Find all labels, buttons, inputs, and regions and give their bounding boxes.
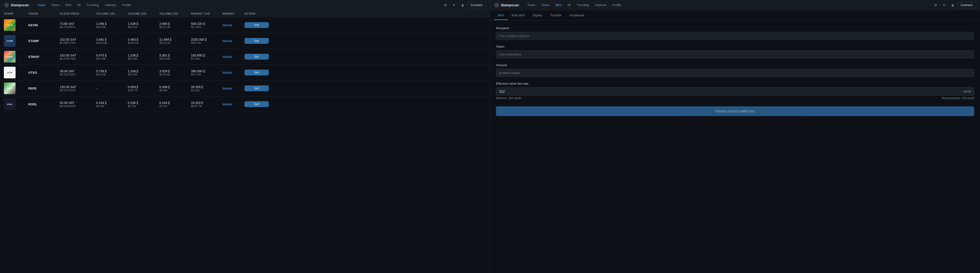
tab-bulk-mint[interactable]: Bulk Mint — [508, 11, 528, 20]
recipient-input[interactable] — [496, 32, 974, 40]
sell-button-utxo[interactable]: Sell — [245, 70, 269, 75]
vol7d-stamp: 11.894 ₿ $510.22k — [159, 38, 191, 44]
right-brand-name: Stampscan — [501, 3, 519, 7]
market-link-hodl[interactable]: Market — [223, 102, 245, 106]
tab-transfer[interactable]: Transfer — [546, 11, 566, 20]
market-link-utxo[interactable]: Market — [223, 71, 245, 75]
vol3d-utxo: 1.168 ₿ $50.09k — [128, 69, 159, 76]
fee-rate-value: 312 — [499, 89, 963, 93]
right-brand-icon: ⬡ — [494, 2, 500, 8]
right-nav-token[interactable]: Token — [539, 2, 552, 8]
right-theme-icon[interactable]: ◑ — [949, 2, 956, 8]
left-nav-mint[interactable]: Mint — [63, 2, 74, 8]
stamp-thumbnail-stmap: STMAP — [4, 51, 16, 62]
right-connect-button[interactable]: Connect — [957, 2, 976, 8]
right-nav-links: Trade Token Mint All Trending Address Pr… — [525, 2, 931, 8]
fee-recommended: Recommended: 220 sat/vB — [942, 97, 974, 99]
vol7d-stmap: 5.361 ₿ $229.99k — [159, 54, 191, 60]
left-nav-address[interactable]: Address — [102, 2, 119, 8]
table-row: UTXO UTXO 39.00 SAT $0.01673023 0.759 ₿ … — [0, 65, 490, 81]
mint-form: Recipient Token Amount Effective miner f… — [490, 21, 980, 122]
recipient-group: Recipient — [496, 26, 974, 40]
table-header: STAMP TOKEN FLOOR PRICE VOLUME (1D) VOLU… — [0, 10, 490, 17]
mint-tabs: Mint Bulk Mint Deploy Transfer Accelerat… — [490, 10, 980, 21]
fee-label: Effective miner fee rate — [496, 82, 974, 85]
left-brand-name: Stampscan — [11, 3, 29, 7]
vol1d-utxo: 0.759 ₿ $32.54k — [96, 69, 128, 76]
col-action: ACTION — [245, 12, 269, 15]
right-nav-trade[interactable]: Trade — [525, 2, 538, 8]
mcap-pepe: 28.350 ₿ $1.22m — [191, 85, 223, 92]
amount-input[interactable] — [496, 69, 974, 77]
right-nav-all[interactable]: All — [565, 2, 573, 8]
col-stamp: STAMP — [4, 12, 28, 15]
right-nav-profile[interactable]: Profile — [610, 2, 624, 8]
vol3d-kevin: 1.539 ₿ $66.01k — [128, 22, 159, 29]
table-row: STMAP STMAP 182.00 SAT $0.07807439 0.475… — [0, 49, 490, 65]
token-table: STAMP TOKEN FLOOR PRICE VOLUME (1D) VOLU… — [0, 10, 490, 273]
left-navbar-actions: ⚙ ✕ ◑ Connect — [442, 2, 486, 8]
market-link-kevin[interactable]: Market — [223, 23, 245, 27]
right-nav-address[interactable]: Address — [592, 2, 609, 8]
right-settings-icon[interactable]: ⚙ — [932, 2, 939, 8]
stamp-thumbnail-utxo: UTXO — [4, 67, 16, 78]
token-label: Token — [496, 45, 974, 48]
tab-deploy[interactable]: Deploy — [528, 11, 546, 20]
fee-rate-unit: sat/vB — [963, 90, 971, 93]
close-icon[interactable]: ✕ — [450, 2, 457, 8]
market-link-pepe[interactable]: Market — [223, 86, 245, 90]
vol1d-stamp: 3.042 ₿ $130.49k — [96, 38, 128, 44]
vol1d-pepe: - — [96, 86, 128, 90]
mcap-kevin: 509.220 ₿ $21.84m — [191, 22, 223, 29]
floor-price-pepe: 135.00 SAT $0.05791233 — [60, 85, 96, 92]
left-nav-token[interactable]: Token — [49, 2, 62, 8]
token-name-stmap: STMAP — [28, 55, 60, 59]
sell-button-kevin[interactable]: Sell — [245, 22, 269, 28]
left-brand-icon: ⬡ — [4, 2, 9, 8]
settings-icon[interactable]: ⚙ — [442, 2, 449, 8]
vol7d-hodl: 0.184 ₿ $7.87k — [159, 101, 191, 107]
stamp-thumbnail-hodl: HODL — [4, 98, 16, 110]
left-nav-all[interactable]: All — [75, 2, 83, 8]
left-connect-button[interactable]: Connect — [467, 2, 486, 8]
table-row: PEPE PEPE 135.00 SAT $0.05791233 - 0.009… — [0, 81, 490, 96]
fee-rate-row: 312 sat/vB — [496, 87, 974, 96]
mcap-stmap: 163.800 ₿ $7.03m — [191, 54, 223, 60]
vol1d-hodl: 0.104 ₿ $4.45k — [96, 101, 128, 107]
left-nav-profile[interactable]: Profile — [119, 2, 134, 8]
col-market: MARKET — [223, 12, 245, 15]
vol3d-hodl: 0.156 ₿ $6.70k — [128, 101, 159, 107]
theme-icon[interactable]: ◑ — [459, 2, 466, 8]
fee-group: Effective miner fee rate 312 sat/vB Mini… — [496, 82, 974, 99]
col-vol3d: VOLUME (3D) — [128, 12, 159, 15]
floor-price-kevin: 73.80 SAT $0.03165874 — [60, 22, 96, 29]
token-input[interactable] — [496, 50, 974, 58]
col-floor: FLOOR PRICE — [60, 12, 96, 15]
col-vol7d: VOLUME (7D) — [159, 12, 191, 15]
sell-button-pepe[interactable]: Sell — [245, 85, 269, 91]
sell-button-hodl[interactable]: Sell — [245, 101, 269, 107]
right-nav-trending[interactable]: Trending — [574, 2, 592, 8]
stamp-thumbnail-pepe: PEPE — [4, 83, 16, 94]
sell-button-stmap[interactable]: Sell — [245, 54, 269, 60]
tab-accelerate[interactable]: Accelerate — [565, 11, 588, 20]
floor-price-hodl: 92.00 SAT $0.03946618 — [60, 101, 96, 107]
table-row: KEVIN KEVIN 73.80 SAT $0.03165874 1.046 … — [0, 17, 490, 33]
token-group: Token — [496, 45, 974, 58]
right-navbar: ⬡ Stampscan Trade Token Mint All Trendin… — [490, 0, 980, 10]
recipient-label: Recipient — [496, 26, 974, 30]
col-vol1d: VOLUME (1D) — [96, 12, 128, 15]
left-nav-trade[interactable]: Trade — [35, 2, 48, 8]
vol7d-pepe: 0.208 ₿ $8.94k — [159, 85, 191, 92]
left-nav-trending[interactable]: Trending — [84, 2, 101, 8]
floor-price-stmap: 182.00 SAT $0.07807439 — [60, 54, 96, 60]
token-name-kevin: KEVIN — [28, 23, 60, 27]
market-link-stmap[interactable]: Market — [223, 55, 245, 59]
right-nav-mint[interactable]: Mint — [553, 2, 564, 8]
connect-wallet-button[interactable]: Please connect wallet first — [496, 106, 974, 116]
market-link-stamp[interactable]: Market — [223, 39, 245, 43]
sell-button-stamp[interactable]: Sell — [245, 38, 269, 44]
tab-mint[interactable]: Mint — [494, 11, 508, 20]
col-token: TOKEN — [28, 12, 60, 15]
right-close-icon[interactable]: ✕ — [941, 2, 947, 8]
